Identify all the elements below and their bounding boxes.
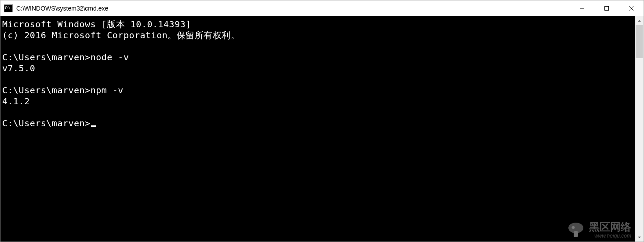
titlebar[interactable]: C:\. C:\WINDOWS\system32\cmd.exe [0, 0, 644, 16]
chevron-down-icon [637, 235, 641, 239]
close-button[interactable] [619, 0, 644, 16]
watermark-brand: 黑区网络 [589, 221, 631, 233]
terminal-area: Microsoft Windows [版本 10.0.14393] (c) 20… [0, 16, 644, 242]
mushroom-icon [567, 221, 585, 239]
maximize-icon [604, 6, 609, 11]
vertical-scrollbar[interactable] [635, 16, 644, 242]
window-title: C:\WINDOWS\system32\cmd.exe [16, 5, 570, 12]
scroll-up-button[interactable] [635, 16, 644, 25]
scroll-track[interactable] [635, 25, 644, 233]
cmd-icon: C:\. [4, 4, 13, 12]
minimize-icon [579, 6, 585, 11]
minimize-button[interactable] [570, 0, 594, 16]
watermark-url: www.heiqu.com [589, 233, 631, 239]
terminal-output[interactable]: Microsoft Windows [版本 10.0.14393] (c) 20… [0, 16, 635, 242]
watermark-text: 黑区网络 www.heiqu.com [589, 221, 631, 239]
chevron-up-icon [637, 19, 641, 23]
svg-point-5 [572, 226, 575, 229]
window-controls [570, 0, 644, 16]
terminal-cursor [91, 125, 96, 127]
maximize-button[interactable] [594, 0, 619, 16]
cmd-window: C:\. C:\WINDOWS\system32\cmd.exe Microso… [0, 0, 644, 242]
scroll-down-button[interactable] [635, 233, 644, 242]
svg-rect-6 [574, 231, 578, 237]
svg-rect-1 [605, 6, 609, 10]
scroll-thumb[interactable] [636, 25, 643, 58]
close-icon [629, 6, 634, 11]
watermark: 黑区网络 www.heiqu.com [567, 221, 631, 239]
